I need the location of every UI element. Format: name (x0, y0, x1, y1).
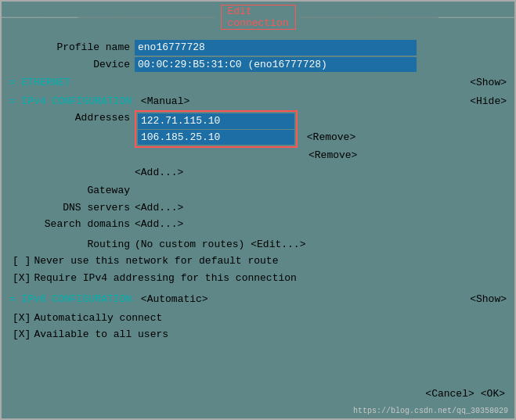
address1-input[interactable]: 122.71.115.10 (138, 113, 294, 129)
never-default-row: [ ] Never use this network for default r… (9, 253, 507, 269)
terminal-window: ──────────────────── Edit connection ───… (0, 0, 516, 420)
available-users-check[interactable]: [X] (13, 327, 31, 343)
ipv4-mode[interactable]: <Manual> (141, 95, 189, 107)
gateway-row: Gateway (9, 183, 507, 199)
search-label: Search domains (9, 217, 135, 232)
ethernet-show[interactable]: <Show> (470, 75, 507, 91)
profile-name-row: Profile name eno16777728 (9, 40, 507, 56)
address2-input[interactable]: 106.185.25.10 (138, 130, 294, 145)
ipv6-section-header: = IPv6 CONFIGURATION <Automatic> <Show> (9, 292, 507, 307)
auto-connect-row: [X] Automatically connect (9, 311, 507, 326)
require-ipv4-text: Require IPv4 addressing for this connect… (34, 271, 296, 286)
window-title: Edit connection (221, 5, 296, 30)
footer-buttons: <Cancel> <OK> (425, 388, 505, 400)
routing-value[interactable]: (No custom routes) <Edit...> (135, 237, 305, 253)
remove1-btn[interactable]: <Remove> (307, 131, 355, 143)
title-bar-decoration-left: ──────────────────── (78, 12, 215, 23)
title-bar-decoration-right: ──────────────────── (301, 12, 438, 23)
ok-button[interactable]: <OK> (481, 388, 505, 400)
ipv6-label: = IPv6 CONFIGURATION (9, 293, 132, 305)
dns-row: DNS servers <Add...> (9, 200, 507, 216)
dns-add-btn[interactable]: <Add...> (135, 200, 183, 216)
watermark: https://blog.csdn.net/qq_30358029 (353, 407, 508, 415)
auto-connect-text: Automatically connect (34, 311, 162, 326)
never-default-check[interactable]: [ ] (13, 253, 31, 269)
ipv4-label: = IPv4 CONFIGURATION (9, 95, 132, 107)
gateway-label: Gateway (9, 183, 135, 199)
ipv4-hide[interactable]: <Hide> (470, 94, 507, 109)
require-ipv4-row: [X] Require IPv4 addressing for this con… (9, 271, 507, 286)
title-bar: ──────────────────── Edit connection ───… (2, 2, 514, 34)
add-address-btn[interactable]: <Add...> (135, 165, 183, 181)
routing-row: Routing (No custom routes) <Edit...> (9, 237, 507, 253)
add-address-row: <Add...> (135, 165, 357, 181)
ipv4-section-header: = IPv4 CONFIGURATION <Manual> <Hide> (9, 94, 507, 109)
cancel-button[interactable]: <Cancel> (425, 388, 474, 400)
address-inputs-box: 122.71.115.10 106.185.25.10 (135, 110, 298, 148)
dns-label: DNS servers (9, 200, 135, 216)
device-label: Device (9, 57, 135, 73)
address2-row: 106.185.25.10 (138, 130, 294, 145)
never-default-text: Never use this network for default route (34, 253, 278, 269)
search-domains-row: Search domains <Add...> (9, 217, 507, 232)
ipv6-show[interactable]: <Show> (470, 292, 507, 307)
profile-name-value[interactable]: eno16777728 (135, 40, 417, 56)
addresses-label: Addresses (9, 110, 135, 126)
routing-label: Routing (9, 237, 135, 253)
auto-connect-check[interactable]: [X] (13, 311, 31, 326)
device-row: Device 00:0C:29:B5:31:C0 (eno16777728) (9, 57, 507, 73)
main-content: Profile name eno16777728 Device 00:0C:29… (2, 34, 514, 349)
device-value[interactable]: 00:0C:29:B5:31:C0 (eno16777728) (135, 57, 417, 73)
addresses-block: 122.71.115.10 106.185.25.10 <Remove> <Re… (135, 110, 357, 181)
search-add-btn[interactable]: <Add...> (135, 217, 183, 232)
available-users-row: [X] Available to all users (9, 327, 507, 343)
addresses-section: Addresses 122.71.115.10 106.185.25.10 <R… (9, 110, 507, 181)
require-ipv4-check[interactable]: [X] (13, 271, 31, 286)
ethernet-label: = ETHERNET (9, 75, 70, 91)
profile-name-label: Profile name (9, 40, 135, 56)
available-users-text: Available to all users (34, 327, 168, 343)
ipv6-mode[interactable]: <Automatic> (141, 293, 208, 305)
remove2-btn[interactable]: <Remove> (309, 149, 357, 161)
ethernet-section: = ETHERNET <Show> (9, 75, 507, 91)
address1-row: 122.71.115.10 (138, 113, 294, 129)
